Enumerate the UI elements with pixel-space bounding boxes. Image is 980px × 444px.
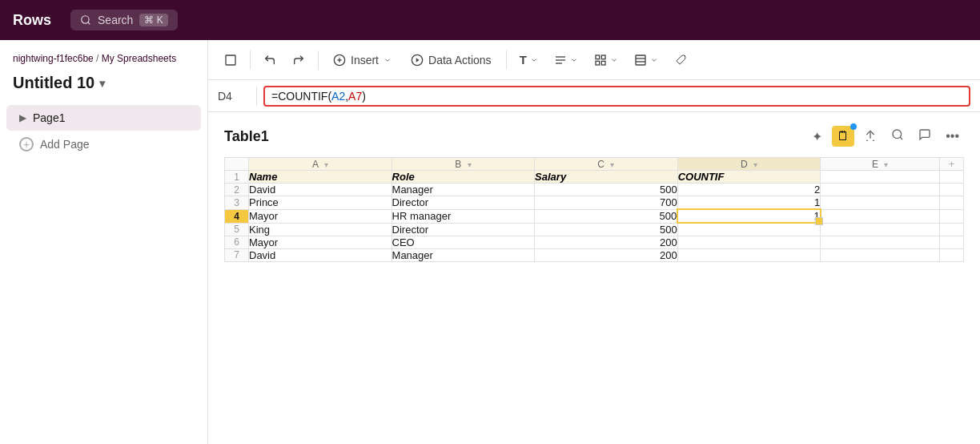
sidebar-item-page1[interactable]: ▶ Page1 [6, 105, 201, 131]
col-header-b[interactable]: B ▾ [392, 158, 535, 171]
format-button[interactable] [588, 50, 625, 71]
cell-c3[interactable]: 700 [535, 196, 678, 210]
svg-line-1 [88, 22, 90, 25]
cell-e2[interactable] [821, 184, 940, 196]
redo-icon [292, 54, 305, 67]
document-title[interactable]: Untitled 10 ▾ [0, 71, 207, 105]
cell-a2[interactable]: David [249, 184, 392, 196]
cell-d4[interactable]: 1 [677, 209, 821, 223]
more-button[interactable]: ••• [941, 126, 964, 147]
col-header-a[interactable]: A ▾ [249, 158, 392, 171]
search-table-icon [891, 128, 904, 141]
cell-b3[interactable]: Director [392, 196, 535, 210]
row-number-7: 7 [225, 248, 249, 261]
paint-button[interactable] [668, 50, 693, 71]
breadcrumb-user[interactable]: nightwing-f1fec6be [13, 53, 94, 64]
svg-rect-12 [601, 55, 605, 59]
header-role[interactable]: Role [392, 171, 535, 184]
cell-e6[interactable] [821, 236, 940, 248]
cell-c2[interactable]: 500 [535, 184, 678, 196]
svg-rect-13 [596, 61, 600, 65]
empty-4 [940, 209, 964, 223]
cell-d7[interactable] [677, 248, 821, 261]
breadcrumb-folder[interactable]: My Spreadsheets [102, 53, 176, 64]
formula-divider [256, 87, 257, 106]
divider2 [318, 50, 319, 70]
undo-button[interactable] [257, 50, 283, 71]
table-header: Table1 ✦ 🗒 ••• [224, 125, 964, 147]
cell-a4[interactable]: Mayor [249, 209, 392, 223]
cell-b7[interactable]: Manager [392, 248, 535, 261]
comment-button[interactable] [914, 125, 936, 147]
cell-b6[interactable]: CEO [392, 236, 535, 248]
comment-icon [918, 128, 931, 141]
cell-d6[interactable] [677, 236, 821, 248]
cell-e5[interactable] [821, 223, 940, 236]
header-e[interactable] [821, 171, 940, 184]
row-number-4: 4 [225, 209, 249, 223]
insert-button[interactable]: Insert [325, 50, 400, 71]
row-number-2: 2 [225, 184, 249, 196]
col-header-d[interactable]: D ▾ [677, 158, 821, 171]
formula-range: A2 [331, 90, 345, 103]
formula-input[interactable]: =COUNTIF(A2,A7) [263, 86, 970, 107]
data-actions-button[interactable]: Data Actions [403, 50, 500, 71]
align-button[interactable] [548, 50, 584, 71]
cell-d5[interactable] [677, 223, 821, 236]
cell-b5[interactable]: Director [392, 223, 535, 236]
expand-arrow-icon: ▶ [19, 112, 26, 123]
add-column-button[interactable]: + [940, 158, 964, 171]
layout-chevron-icon [650, 56, 658, 64]
cell-c6[interactable]: 200 [535, 236, 678, 248]
cell-b2[interactable]: Manager [392, 184, 535, 196]
align-chevron-icon [570, 56, 578, 64]
row-number-6: 6 [225, 236, 249, 248]
cell-c4[interactable]: 500 [535, 209, 678, 223]
header-name[interactable]: Name [249, 171, 392, 184]
table-row: 5 King Director 500 [225, 223, 964, 236]
font-button[interactable]: T [513, 49, 544, 71]
search-table-button[interactable] [886, 125, 909, 147]
sort-icon [864, 128, 877, 141]
cell-d2[interactable]: 2 [677, 184, 821, 196]
play-circle-icon [411, 54, 424, 67]
search-box[interactable]: Search ⌘ K [70, 10, 178, 30]
layout-button[interactable] [628, 50, 665, 71]
cell-c5[interactable]: 500 [535, 223, 678, 236]
notification-badge [850, 123, 857, 130]
empty-5 [940, 223, 964, 236]
cell-a5[interactable]: King [249, 223, 392, 236]
col-c-label: C [597, 159, 604, 170]
header-countif[interactable]: COUNTIF [677, 171, 821, 184]
frame-toggle-button[interactable] [218, 50, 243, 71]
empty-2 [940, 184, 964, 196]
sparkle-button[interactable]: ✦ [807, 126, 827, 147]
table-row: 6 Mayor CEO 200 [225, 236, 964, 248]
header-salary[interactable]: Salary [535, 171, 678, 184]
col-b-arrow: ▾ [468, 160, 472, 169]
cell-e7[interactable] [821, 248, 940, 261]
plus-circle-icon [333, 54, 346, 67]
col-header-e[interactable]: E ▾ [821, 158, 940, 171]
cell-e4[interactable] [821, 209, 940, 223]
formula-close: ) [362, 90, 366, 103]
sort-button[interactable] [859, 125, 882, 147]
cell-c7[interactable]: 200 [535, 248, 678, 261]
main-layout: nightwing-f1fec6be / My Spreadsheets Unt… [0, 40, 980, 444]
col-header-c[interactable]: C ▾ [535, 158, 678, 171]
table-row: 2 David Manager 500 2 [225, 184, 964, 196]
empty-7 [940, 248, 964, 261]
note-button[interactable]: 🗒 [832, 126, 854, 147]
row-number-3: 3 [225, 196, 249, 210]
redo-button[interactable] [286, 50, 311, 71]
table-title: Table1 [224, 128, 269, 145]
cell-d3[interactable]: 1 [677, 196, 821, 210]
cell-e3[interactable] [821, 196, 940, 210]
toolbar: Insert Data Actions T [208, 40, 980, 80]
cell-a6[interactable]: Mayor [249, 236, 392, 248]
cell-b4[interactable]: HR manager [392, 209, 535, 223]
cell-a3[interactable]: Prince [249, 196, 392, 210]
row-number-1: 1 [225, 171, 249, 184]
cell-a7[interactable]: David [249, 248, 392, 261]
add-page-button[interactable]: + Add Page [6, 131, 201, 158]
